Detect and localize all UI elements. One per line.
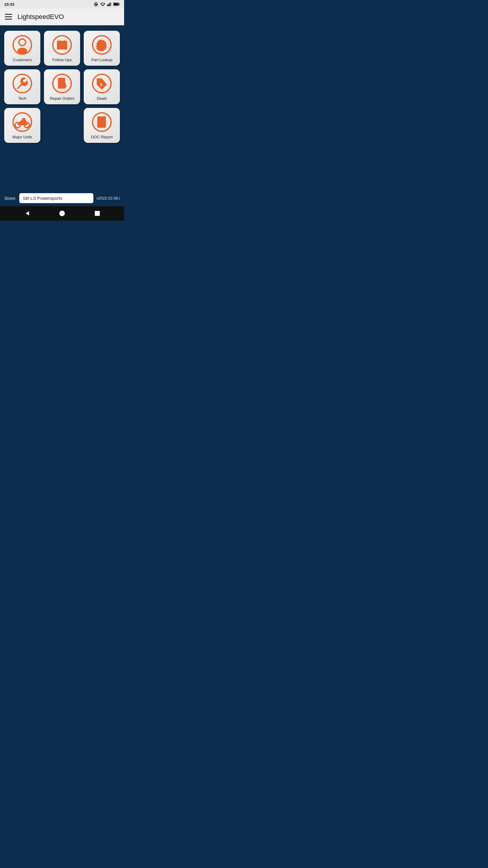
svg-rect-18 (64, 45, 66, 46)
tile-deals-label: Deals (97, 96, 107, 101)
tile-follow-ups[interactable]: Follow Ups (44, 31, 80, 66)
battery-icon (113, 2, 120, 6)
app-bar: LightspeedEVO (0, 8, 124, 25)
svg-rect-17 (61, 45, 63, 46)
home-icon (59, 210, 65, 217)
nav-bar (0, 206, 124, 221)
store-label: Store: (4, 195, 16, 201)
svg-rect-14 (59, 40, 60, 42)
app-title: LightspeedEVO (18, 13, 64, 21)
tile-repair-orders[interactable]: Repair Orders (44, 69, 80, 104)
tile-tech-label: Tech (18, 96, 26, 101)
svg-rect-39 (99, 118, 104, 119)
tile-doc-report[interactable]: DOC Report (84, 108, 120, 143)
recents-icon (94, 210, 101, 217)
calendar-icon (52, 35, 72, 55)
tile-repair-orders-label: Repair Orders (50, 96, 74, 101)
svg-rect-45 (95, 211, 100, 216)
svg-rect-15 (64, 40, 65, 42)
svg-rect-40 (99, 124, 100, 127)
nav-recents-button[interactable] (94, 210, 101, 217)
svg-point-44 (59, 211, 65, 216)
empty-slot (44, 108, 80, 143)
svg-rect-16 (58, 45, 60, 46)
tile-follow-ups-label: Follow Ups (53, 58, 72, 62)
wrench-icon (12, 73, 33, 94)
svg-rect-27 (59, 79, 64, 80)
grid-row-2: Tech Repair Orders $ Deals (4, 69, 121, 104)
svg-rect-13 (57, 41, 67, 44)
version-text: v2022.02.08.i (96, 196, 120, 200)
svg-rect-2 (109, 3, 109, 6)
tile-major-units-label: Major Units (12, 135, 32, 139)
status-time: 10:33 (4, 2, 14, 7)
svg-rect-6 (119, 4, 120, 5)
tile-major-units[interactable]: Major Units (4, 108, 40, 143)
svg-text:$: $ (100, 83, 102, 87)
tag-icon: $ (92, 73, 112, 94)
tile-customers-label: Customers (13, 58, 32, 62)
svg-rect-0 (107, 5, 107, 6)
main-content: Customers Follow Ups (0, 25, 124, 191)
svg-rect-4 (111, 2, 111, 6)
tile-part-lookup[interactable]: Part Lookup (84, 31, 120, 66)
bottom-section: Store: v2022.02.08.i (0, 191, 124, 206)
status-bar: 10:33 (0, 0, 124, 8)
svg-rect-3 (110, 2, 110, 6)
nav-home-button[interactable] (59, 210, 65, 217)
repair-order-icon (52, 73, 72, 94)
svg-rect-41 (101, 122, 102, 127)
grid-row-3: Major Units DOC Report (4, 108, 121, 143)
chart-icon (92, 112, 112, 132)
spacer (4, 147, 121, 187)
status-icons (94, 2, 120, 7)
tile-tech[interactable]: Tech (4, 69, 40, 104)
svg-rect-1 (108, 4, 108, 6)
tile-doc-report-label: DOC Report (91, 135, 113, 139)
store-input[interactable] (19, 193, 93, 203)
signal-icon (107, 2, 112, 6)
wifi-icon (100, 2, 105, 6)
nav-back-button[interactable] (24, 210, 30, 217)
motorcycle-icon (12, 112, 33, 132)
svg-rect-19 (58, 47, 60, 49)
tile-deals[interactable]: $ Deals (84, 69, 120, 104)
svg-rect-20 (61, 47, 63, 49)
at-icon (94, 2, 98, 7)
tile-customers[interactable]: Customers (4, 31, 40, 66)
tile-part-lookup-label: Part Lookup (91, 58, 112, 62)
back-icon (24, 210, 30, 217)
svg-rect-28 (59, 81, 64, 82)
gear-icon (92, 35, 112, 55)
svg-rect-7 (113, 3, 118, 5)
person-icon (12, 35, 33, 55)
svg-rect-42 (103, 123, 105, 127)
svg-rect-29 (59, 82, 63, 83)
svg-point-9 (19, 39, 26, 45)
svg-point-10 (18, 48, 27, 54)
svg-marker-43 (26, 211, 29, 216)
grid-row-1: Customers Follow Ups (4, 31, 121, 66)
hamburger-menu-button[interactable] (5, 14, 12, 20)
